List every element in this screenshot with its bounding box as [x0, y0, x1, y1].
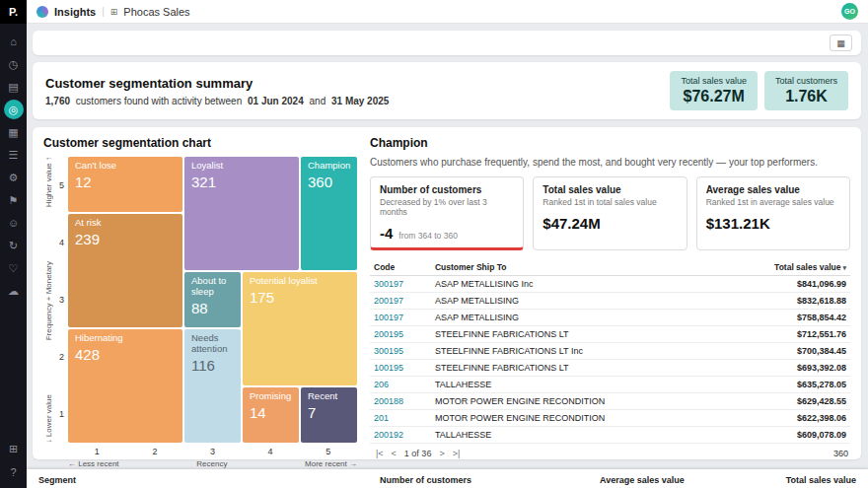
- insights-icon[interactable]: ◎: [4, 100, 24, 119]
- segment-at-risk[interactable]: At risk239: [68, 214, 182, 327]
- customer-code-link[interactable]: 200192: [370, 427, 431, 444]
- column-header-total-sales-value[interactable]: Total sales value▾: [720, 259, 850, 276]
- segment-hibernating[interactable]: Hibernating428: [68, 329, 182, 443]
- stat-subtitle: Decreased by 1% over last 3 months: [380, 197, 514, 217]
- grid-options-button[interactable]: ▦: [830, 35, 852, 51]
- segment-count: 175: [250, 289, 350, 306]
- x-axis-label: Recency: [196, 459, 227, 468]
- reports-icon[interactable]: ▤: [4, 77, 24, 97]
- footer-column-average-sales-value[interactable]: Average sales value: [600, 475, 758, 485]
- product-name: Insights: [54, 6, 96, 18]
- y-axis-tick: 2: [54, 328, 68, 385]
- customer-code-link[interactable]: 200188: [370, 393, 431, 410]
- apps-icon[interactable]: ⊞: [4, 439, 24, 458]
- segment-potential-loyalist[interactable]: Potential loyalist175: [243, 272, 357, 385]
- sync-icon[interactable]: ↻: [4, 236, 24, 255]
- segmentation-chart-section: Customer segmentation chart Higher value…: [43, 136, 357, 451]
- stat-card-average-sales-value[interactable]: Average sales value Ranked 1st in averag…: [696, 176, 850, 250]
- previous-page-button[interactable]: <: [388, 449, 400, 458]
- help-icon[interactable]: ?: [4, 462, 24, 482]
- main-area: ▦ Customer segmentation summary 1,760 cu…: [27, 24, 868, 488]
- segment-loyalist[interactable]: Loyalist321: [184, 157, 299, 270]
- table-row: 200188MOTOR POWER ENGINE RECONDITION$629…: [370, 393, 850, 410]
- user-avatar[interactable]: GO: [841, 3, 858, 20]
- footer-column-total-sales-value[interactable]: Total sales value: [758, 475, 856, 485]
- database-icon[interactable]: ☰: [4, 145, 24, 165]
- customer-code-link[interactable]: 206: [370, 377, 431, 393]
- first-page-button[interactable]: |<: [372, 449, 388, 458]
- customer-table: Code Customer Ship To Total sales value▾…: [370, 259, 850, 444]
- subtitle-text: customers found with activity between: [76, 96, 242, 106]
- footer-column-number-of-customers[interactable]: Number of customers: [380, 475, 600, 485]
- kpi-total-sales-value[interactable]: Total sales value $76.27M: [670, 71, 758, 110]
- customer-ship-to: STEELFINNE FABRICATIONS LT Inc: [431, 343, 720, 360]
- y-axis-label: Frequency + Monetary: [44, 261, 53, 340]
- cloud-icon[interactable]: ☁: [4, 281, 24, 301]
- footer-column-segment[interactable]: Segment: [38, 475, 380, 485]
- sidebar-bottom-nav: ⊞?: [4, 439, 24, 482]
- chart-title: Customer segmentation chart: [43, 136, 357, 150]
- tags-icon[interactable]: ⚑: [4, 190, 24, 210]
- favorites-icon[interactable]: ♡: [4, 258, 24, 278]
- segment-name: Loyalist: [191, 161, 292, 172]
- segment-table-header: Segment Number of customers Average sale…: [27, 469, 868, 488]
- customers-icon[interactable]: ☺: [4, 213, 24, 233]
- customer-code-link[interactable]: 200195: [370, 326, 431, 343]
- y-axis-tick: 4: [54, 214, 68, 271]
- settings-icon[interactable]: ⚙: [4, 168, 24, 187]
- column-header-ship-to[interactable]: Customer Ship To: [431, 259, 720, 276]
- row-count: 360: [833, 449, 848, 458]
- y-axis-max-label: Higher value ↑: [44, 157, 53, 207]
- dashboards-icon[interactable]: ▦: [4, 122, 24, 142]
- segment-name: Champion: [308, 161, 350, 172]
- stat-subtitle: Ranked 1st in average sales value: [706, 197, 840, 207]
- sidebar: P. ⌂◷▤◎▦☰⚙⚑☺↻♡☁ ⊞?: [0, 0, 27, 488]
- segment-champion[interactable]: Champion360: [301, 157, 357, 270]
- segment-needs-attention[interactable]: Needs attention116: [184, 329, 241, 443]
- workspace-name[interactable]: Phocas Sales: [123, 6, 189, 18]
- segment-promising[interactable]: Promising14: [243, 387, 299, 443]
- page-indicator: 1 of 36: [400, 449, 436, 458]
- stat-note: from 364 to 360: [398, 231, 458, 241]
- stat-card-number-of-customers[interactable]: Number of customers Decreased by 1% over…: [370, 176, 524, 250]
- customer-sales-value: $693,392.08: [720, 360, 850, 377]
- stat-title: Number of customers: [380, 184, 514, 195]
- next-page-button[interactable]: >: [435, 449, 448, 458]
- kpi-total-customers[interactable]: Total customers 1.76K: [764, 71, 848, 110]
- rfm-chart: Higher value ↑ Frequency + Monetary ↓ Lo…: [43, 157, 357, 468]
- summary-card: Customer segmentation summary 1,760 cust…: [33, 62, 861, 119]
- pagination-bar: |< < 1 of 36 > >| 360: [370, 444, 850, 458]
- last-page-button[interactable]: >|: [449, 449, 465, 458]
- customer-code-link[interactable]: 300197: [370, 276, 431, 293]
- stat-title: Total sales value: [542, 184, 677, 195]
- customer-ship-to: MOTOR POWER ENGINE RECONDITION: [431, 393, 720, 410]
- y-axis-tick: 5: [54, 157, 68, 214]
- segment-can-t-lose[interactable]: Can't lose12: [68, 157, 182, 212]
- segment-name: At risk: [75, 218, 176, 229]
- workspace-grid-icon: ⊞: [110, 7, 118, 17]
- x-axis-min-label: ← Less recent: [68, 459, 119, 468]
- kpi-label: Total sales value: [681, 76, 747, 86]
- customer-code-link[interactable]: 200197: [370, 293, 431, 310]
- column-header-code[interactable]: Code: [370, 259, 431, 276]
- customer-code-link[interactable]: 201: [370, 410, 431, 427]
- table-row: 300197ASAP METALLISING Inc$841,096.99: [370, 276, 850, 293]
- sidebar-nav: ⌂◷▤◎▦☰⚙⚑☺↻♡☁: [4, 32, 24, 301]
- segment-about-to-sleep[interactable]: About to sleep88: [184, 272, 241, 327]
- x-axis-tick: 2: [126, 447, 184, 456]
- customer-sales-value: $622,398.06: [720, 410, 850, 427]
- home-icon[interactable]: ⌂: [4, 32, 24, 51]
- segment-name: Hibernating: [75, 333, 176, 344]
- history-icon[interactable]: ◷: [4, 54, 24, 74]
- stat-cards: Number of customers Decreased by 1% over…: [370, 176, 850, 250]
- segment-count: 14: [250, 404, 292, 421]
- segment-count: 12: [75, 174, 176, 190]
- customer-code-link[interactable]: 100195: [370, 360, 431, 377]
- customer-sales-value: $635,278.05: [720, 377, 850, 393]
- table-row: 200192TALLAHESSE$609,078.09: [370, 427, 850, 444]
- customer-ship-to: MOTOR POWER ENGINE RECONDITION: [431, 410, 720, 427]
- segment-recent[interactable]: Recent7: [301, 387, 357, 443]
- customer-code-link[interactable]: 100197: [370, 310, 431, 326]
- customer-code-link[interactable]: 300195: [370, 343, 431, 360]
- stat-card-total-sales-value[interactable]: Total sales value Ranked 1st in total sa…: [533, 176, 687, 250]
